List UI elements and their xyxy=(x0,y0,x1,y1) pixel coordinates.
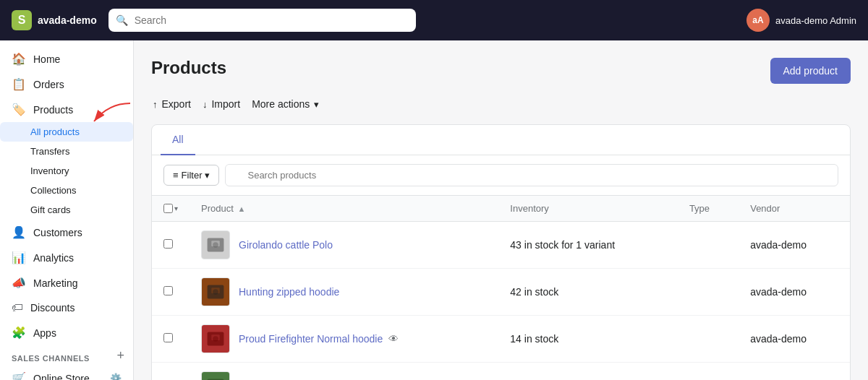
sidebar-item-discounts[interactable]: 🏷 Discounts xyxy=(0,295,133,320)
tab-all[interactable]: All xyxy=(161,125,195,155)
sidebar-subitem-inventory[interactable]: Inventory xyxy=(0,161,133,181)
row-vendor-cell: avada-demo xyxy=(739,363,850,381)
import-button[interactable]: ↓ Import xyxy=(201,95,242,113)
action-bar: ↑ Export ↓ Import More actions ▾ xyxy=(151,95,851,113)
sales-channels-section: SALES CHANNELS + xyxy=(0,345,133,366)
table-row: Girolando cattle Polo 43 in stock for 1 … xyxy=(152,222,850,269)
sidebar-item-label: Orders xyxy=(33,79,64,90)
sidebar-item-orders[interactable]: 📋 Orders xyxy=(0,72,133,97)
sidebar-subitem-transfers[interactable]: Transfers xyxy=(0,142,133,161)
marketing-icon: 📣 xyxy=(12,276,26,290)
search-input[interactable] xyxy=(109,9,416,32)
sidebar-subitem-collections[interactable]: Collections xyxy=(0,181,133,200)
sidebar-item-marketing[interactable]: 📣 Marketing xyxy=(0,270,133,295)
row-product-cell: Hunting zipped hoodie xyxy=(190,269,498,316)
user-name: avada-demo Admin xyxy=(775,15,856,26)
apps-icon: 🧩 xyxy=(12,326,26,340)
row-type-cell xyxy=(678,222,739,269)
store-icon: 🛒 xyxy=(12,371,26,380)
row-vendor-cell: avada-demo xyxy=(739,316,850,363)
sidebar-item-label: Products xyxy=(33,104,73,116)
filters-row: ≡ Filter ▾ 🔍 xyxy=(152,155,850,196)
sidebar-item-apps[interactable]: 🧩 Apps xyxy=(0,320,133,345)
row-checkbox[interactable] xyxy=(163,239,173,249)
row-checkbox-cell xyxy=(152,316,190,363)
sort-icon[interactable]: ▲ xyxy=(237,204,245,213)
sidebar-item-online-store[interactable]: 🛒 Online Store ⚙️ xyxy=(0,366,133,380)
th-product: Product ▲ xyxy=(190,196,498,222)
analytics-icon: 📊 xyxy=(12,251,26,264)
row-product-cell: Turkey hunter T-Shirt xyxy=(190,363,498,381)
export-button[interactable]: ↑ Export xyxy=(151,95,192,113)
svg-rect-13 xyxy=(202,372,229,380)
sidebar-item-analytics[interactable]: 📊 Analytics xyxy=(0,245,133,270)
row-checkbox[interactable] xyxy=(163,333,173,342)
filter-icon: ≡ xyxy=(173,170,179,181)
table-row: Proud Firefighter Normal hoodie 👁 14 in … xyxy=(152,316,850,363)
row-type-cell xyxy=(678,269,739,316)
user-menu[interactable]: aA avada-demo Admin xyxy=(746,9,856,32)
products-icon: 🏷️ xyxy=(12,103,26,116)
th-checkbox: ▾ xyxy=(152,196,190,222)
product-name-link[interactable]: Girolando cattle Polo xyxy=(239,239,333,251)
th-vendor: Vendor xyxy=(739,196,850,222)
discounts-icon: 🏷 xyxy=(12,301,23,314)
row-checkbox[interactable] xyxy=(163,286,173,295)
sidebar-subitem-gift-cards[interactable]: Gift cards xyxy=(0,200,133,220)
sidebar-item-products[interactable]: 🏷️ Products xyxy=(0,97,133,122)
row-checkbox-cell xyxy=(152,222,190,269)
svg-point-8 xyxy=(213,289,218,295)
product-thumbnail xyxy=(201,324,230,353)
main-content: Products Add product ↑ Export ↓ Import M… xyxy=(134,40,868,380)
search-products-input[interactable] xyxy=(225,164,838,186)
customers-icon: 👤 xyxy=(12,225,26,239)
sidebar-item-label: Home xyxy=(33,53,60,65)
row-inventory-cell: 12 in stock xyxy=(498,363,678,381)
product-thumbnail xyxy=(201,371,230,380)
sidebar-subitem-all-products[interactable]: All products xyxy=(0,122,133,142)
page-title: Products xyxy=(151,58,226,78)
chevron-down-icon: ▾ xyxy=(314,99,319,110)
sidebar: 🏠 Home 📋 Orders 🏷️ Products All products… xyxy=(0,40,134,380)
product-thumbnail xyxy=(201,277,230,306)
product-name-link[interactable]: Proud Firefighter Normal hoodie 👁 xyxy=(239,333,399,345)
sidebar-item-home[interactable]: 🏠 Home xyxy=(0,46,133,72)
sales-channels-title: SALES CHANNELS xyxy=(0,345,101,366)
products-card: All ≡ Filter ▾ 🔍 xyxy=(151,124,851,380)
sidebar-item-label: Marketing xyxy=(33,277,77,289)
add-product-button[interactable]: Add product xyxy=(770,58,851,84)
row-checkbox-cell xyxy=(152,269,190,316)
avatar: aA xyxy=(746,9,770,32)
add-sales-channel-button[interactable]: + xyxy=(116,349,124,362)
search-products-wrap: 🔍 xyxy=(225,164,838,186)
sidebar-item-label: Customers xyxy=(33,227,82,238)
top-navigation: S avada-demo 🔍 aA avada-demo Admin xyxy=(0,0,868,40)
select-all-checkbox[interactable] xyxy=(163,204,173,213)
settings-icon[interactable]: ⚙️ xyxy=(110,373,122,380)
brand-logo[interactable]: S avada-demo xyxy=(12,10,97,30)
sidebar-item-label: Discounts xyxy=(30,302,75,314)
th-inventory: Inventory xyxy=(498,196,678,222)
search-bar: 🔍 xyxy=(109,9,416,32)
row-vendor-cell: avada-demo xyxy=(739,269,850,316)
home-icon: 🏠 xyxy=(12,52,26,66)
row-vendor-cell: avada-demo xyxy=(739,222,850,269)
search-icon: 🔍 xyxy=(116,14,128,26)
sidebar-item-customers[interactable]: 👤 Customers xyxy=(0,220,133,245)
more-actions-button[interactable]: More actions ▾ xyxy=(250,95,320,113)
visibility-icon: 👁 xyxy=(388,333,399,345)
filter-button[interactable]: ≡ Filter ▾ xyxy=(163,165,219,186)
row-type-cell xyxy=(678,316,739,363)
checkbox-chevron-icon[interactable]: ▾ xyxy=(174,204,178,212)
svg-point-4 xyxy=(213,242,218,248)
product-thumbnail xyxy=(201,230,230,259)
tabs-row: All xyxy=(152,125,850,155)
th-type: Type xyxy=(678,196,739,222)
table-header-row: ▾ Product ▲ Inventory Type Vendor xyxy=(152,196,850,222)
online-store-label: Online Store xyxy=(33,373,90,381)
table-row: Turkey hunter T-Shirt 12 in stock avada-… xyxy=(152,363,850,381)
row-product-cell: Proud Firefighter Normal hoodie 👁 xyxy=(190,316,498,363)
filter-chevron-icon: ▾ xyxy=(205,170,210,181)
sidebar-item-label: Apps xyxy=(33,327,56,339)
product-name-link[interactable]: Hunting zipped hoodie xyxy=(239,286,339,298)
